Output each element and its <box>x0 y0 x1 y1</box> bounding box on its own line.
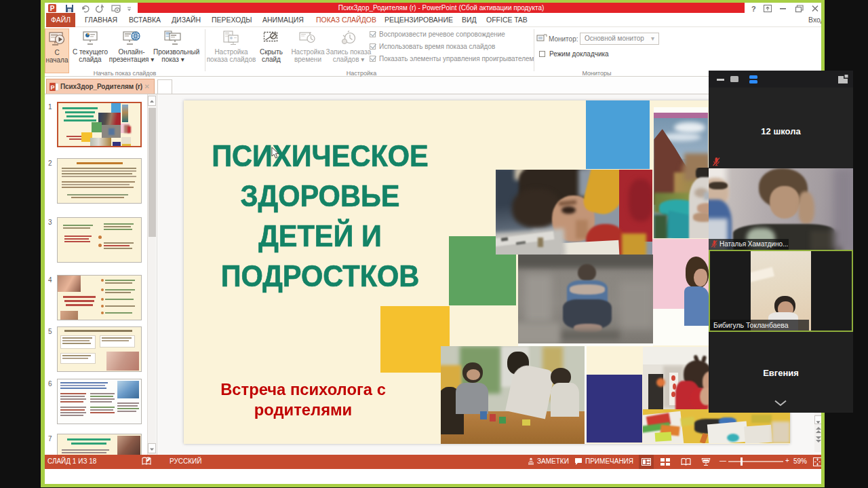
svg-text:?: ? <box>751 5 756 13</box>
svg-text:P: P <box>50 5 55 12</box>
svg-text:P: P <box>50 84 54 91</box>
